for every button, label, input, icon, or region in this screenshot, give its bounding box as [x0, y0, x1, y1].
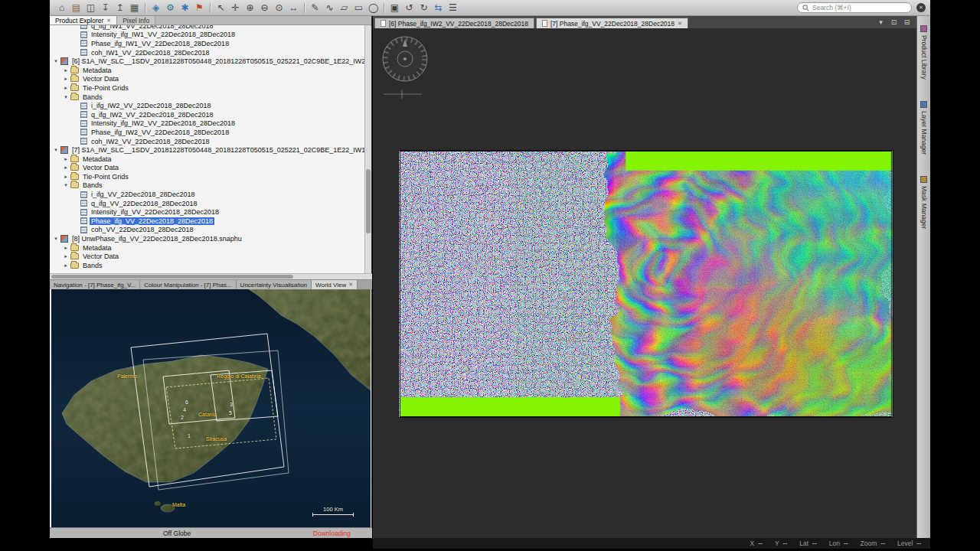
tree-vertical-scrollbar[interactable] [364, 25, 371, 273]
dock-tab-product-library[interactable]: Product Library [920, 25, 928, 80]
world-view-panel[interactable]: 100 Km PalermoReggio di CalabriaCataniaS… [51, 289, 371, 527]
status-field-label: Lat [799, 540, 808, 547]
image-view-tab[interactable]: [6] Phase_ifg_IW2_VV_22Dec2018_28Dec2018 [374, 18, 534, 28]
close-tab-icon[interactable]: ✕ [348, 282, 353, 288]
float-view-button[interactable]: ⊟ [902, 18, 912, 26]
tree-horizontal-scrollbar[interactable] [50, 273, 372, 279]
collapse-toggle-icon[interactable]: ▾ [52, 147, 60, 153]
tree-row[interactable]: Phase_ifg_VV_22Dec2018_28Dec2018 [50, 217, 365, 226]
status-field-value: -- [783, 540, 788, 547]
run-processor-button[interactable]: ✱ [178, 2, 192, 15]
expand-toggle-icon[interactable]: ▸ [62, 76, 70, 82]
zoom-all-tool-button[interactable]: ⊙ [272, 2, 286, 15]
tool-window-tab[interactable]: Navigation - [7] Phase_ifg_V... [50, 280, 140, 289]
undo-button[interactable]: ↺ [402, 2, 416, 15]
image-view-tab[interactable]: [7] Phase_ifg_VV_22Dec2018_28Dec2018✕ [536, 18, 688, 28]
gcp-flag-button[interactable]: ⚑ [192, 2, 207, 15]
explorer-tab[interactable]: Product Explorer✕ [50, 16, 117, 24]
expand-toggle-icon[interactable]: ▸ [62, 165, 70, 171]
redo-button[interactable]: ↻ [416, 2, 431, 15]
world-map[interactable] [51, 289, 371, 527]
expand-toggle-icon[interactable]: ▸ [62, 156, 70, 162]
sync-cursor-button[interactable]: ☰ [446, 2, 460, 15]
select-tool-button[interactable]: ↖ [214, 2, 228, 15]
tree-row[interactable]: q_ifg_IW1_VV_22Dec2018_28Dec2018 [50, 25, 365, 31]
tree-row[interactable]: ▸Metadata [50, 66, 365, 75]
close-tab-icon[interactable]: ✕ [678, 21, 682, 27]
tree-row[interactable]: ▾[6] S1A_IW_SLC__1SDV_20181228T050448_20… [50, 57, 365, 66]
tree-row[interactable]: Phase_ifg_IW2_VV_22Dec2018_28Dec2018 [50, 128, 365, 137]
print-button[interactable]: ▦ [127, 2, 142, 15]
pan-tool-button[interactable]: ✛ [228, 2, 243, 15]
fit-window-button[interactable]: ↔ [286, 2, 301, 15]
expand-toggle-icon[interactable]: ▸ [62, 67, 70, 73]
dock-tab-layer-manager[interactable]: Layer Manager [920, 101, 928, 155]
sync-views-button[interactable]: ⇆ [431, 2, 446, 15]
export-product-button[interactable]: ↥ [113, 2, 127, 15]
collapse-toggle-icon[interactable]: ▾ [52, 58, 60, 64]
tool-window-tab[interactable]: World View✕ [312, 280, 358, 289]
tree-row[interactable]: ▸Metadata [50, 155, 365, 164]
tree-row[interactable]: ▸Bands [50, 261, 365, 270]
tree-row[interactable]: ▾[7] S1A_IW_SLC__1SDV_20181228T050448_20… [50, 145, 365, 155]
maximize-view-button[interactable]: ⊡ [889, 18, 899, 26]
tree-row[interactable]: i_ifg_VV_22Dec2018_28Dec2018 [50, 190, 365, 199]
tree-row[interactable]: ▸Vector Data [50, 75, 365, 84]
close-tab-icon[interactable]: ✕ [106, 18, 111, 24]
expand-toggle-icon[interactable]: ▸ [62, 253, 70, 259]
expand-toggle-icon[interactable]: ▸ [62, 262, 70, 269]
graph-builder-button[interactable]: ◈ [149, 2, 163, 15]
tool-window-tab[interactable]: Colour Manipulation - [7] Phas... [140, 280, 236, 289]
tree-row[interactable]: i_ifg_IW2_VV_22Dec2018_28Dec2018 [50, 101, 365, 110]
collapse-toggle-icon[interactable]: ▾ [52, 236, 60, 242]
rectangle-tool-button[interactable]: ▭ [351, 2, 366, 15]
save-product-button[interactable]: ◫ [83, 2, 98, 15]
tool-window-tab[interactable]: Uncertainty Visualisation [237, 280, 312, 289]
tree-row[interactable]: Phase_ifg_IW1_VV_22Dec2018_28Dec2018 [50, 39, 365, 48]
batch-processing-button[interactable]: ⚙ [163, 2, 178, 15]
reset-windows-button[interactable]: ⌂ [54, 2, 69, 15]
tree-row[interactable]: ▾Bands [50, 181, 365, 191]
expand-toggle-icon[interactable]: ▸ [62, 85, 70, 91]
zoom-out-tool-button[interactable]: ⊖ [257, 2, 272, 15]
tree-row[interactable]: ▸Tie-Point Grids [50, 83, 365, 93]
collapse-toggle-icon[interactable]: ▾ [62, 182, 70, 188]
scrollbar-thumb[interactable] [366, 169, 371, 233]
image-canvas[interactable] [373, 28, 916, 538]
line-tool-button[interactable]: ∿ [322, 2, 337, 15]
text-tool-button[interactable]: ✎ [308, 2, 322, 15]
layer-properties-button[interactable]: ▣ [387, 2, 402, 15]
open-product-button[interactable]: ▤ [69, 2, 83, 15]
tree-row[interactable]: Intensity_ifg_IW1_VV_22Dec2018_28Dec2018 [50, 31, 365, 40]
zoom-in-tool-button[interactable]: ⊕ [243, 2, 257, 15]
tree-row[interactable]: ▸Tie-Point Grids [50, 172, 365, 181]
expand-toggle-icon[interactable]: ▸ [62, 245, 70, 251]
interferogram-image[interactable] [398, 150, 893, 418]
tree-row[interactable]: q_ifg_VV_22Dec2018_28Dec2018 [50, 199, 365, 208]
band-icon [80, 191, 87, 198]
expand-toggle-icon[interactable]: ▸ [62, 174, 70, 180]
tree-row[interactable]: ▾Bands [50, 93, 365, 102]
tree-row[interactable]: ▸Vector Data [50, 252, 365, 261]
ellipse-tool-button[interactable]: ◯ [366, 2, 381, 15]
tree-row[interactable]: Intensity_ifg_IW2_VV_22Dec2018_28Dec2018 [50, 119, 365, 129]
clear-search-button[interactable]: ✕ [916, 3, 926, 12]
tab-list-button[interactable]: ▾ [876, 18, 886, 26]
status-field-label: Level [897, 540, 913, 547]
tree-row[interactable]: coh_IW2_VV_22Dec2018_28Dec2018 [50, 137, 365, 146]
tree-row[interactable]: ▸Vector Data [50, 164, 365, 173]
import-product-button[interactable]: ↧ [98, 2, 113, 15]
tree-row[interactable]: Intensity_ifg_VV_22Dec2018_28Dec2018 [50, 207, 365, 217]
tree-row[interactable]: ▾[8] UnwPhase_ifg_VV_22Dec2018_28Dec2018… [50, 234, 365, 243]
tree-row[interactable]: q_ifg_IW2_VV_22Dec2018_28Dec2018 [50, 110, 365, 119]
tree-row[interactable]: coh_VV_22Dec2018_28Dec2018 [50, 226, 365, 235]
scrollbar-thumb[interactable] [51, 275, 293, 279]
tree-row[interactable]: coh_IW1_VV_22Dec2018_28Dec2018 [50, 48, 365, 57]
search-box[interactable]: Search (⌘+I) [797, 2, 912, 13]
dock-tab-mask-manager[interactable]: Mask Manager [920, 176, 928, 229]
polygon-tool-button[interactable]: ▱ [337, 2, 351, 15]
explorer-tab[interactable]: Pixel Info [117, 16, 155, 24]
compass-widget[interactable] [374, 30, 439, 105]
collapse-toggle-icon[interactable]: ▾ [62, 94, 70, 100]
tree-row[interactable]: ▸Metadata [50, 243, 365, 253]
